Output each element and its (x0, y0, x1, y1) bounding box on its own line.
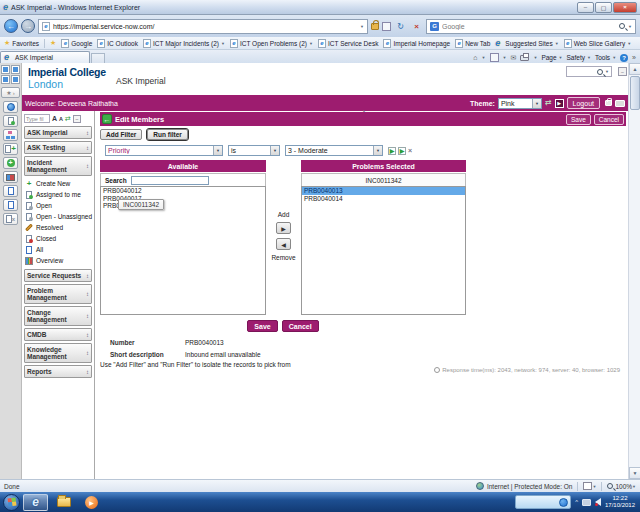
zoom-level[interactable]: 100% (615, 483, 632, 490)
nav-item-open-unassigned[interactable]: Open - Unassigned (25, 211, 93, 222)
list-item-selected[interactable]: PRB0040013 (302, 187, 465, 195)
taskbar-media-button[interactable]: ▶ (79, 494, 104, 511)
search-box[interactable]: G ▼ (426, 19, 636, 34)
nav-item-create-new[interactable]: +Create New (25, 178, 93, 189)
tools-menu[interactable]: Tools▼ (595, 54, 616, 61)
vertical-scrollbar[interactable]: ▲ ▼ (628, 63, 640, 479)
filter-field-select[interactable]: Priority▼ (105, 145, 223, 156)
font-smaller-icon[interactable]: A (59, 116, 63, 122)
close-button[interactable]: × (613, 2, 637, 13)
theme-refresh-icon[interactable]: ⇄ (545, 98, 552, 108)
theme-select[interactable]: Pink ▼ (498, 98, 542, 109)
nav-item-assigned-to-me[interactable]: Assigned to me (25, 189, 93, 200)
tab-ask-imperial[interactable]: e ASK Imperial (0, 51, 90, 63)
tray-widget[interactable] (515, 495, 571, 509)
favorite-link-ict-open-problems[interactable]: eICT Open Problems (2)▼ (230, 39, 313, 48)
edge-bookmark-star-icon[interactable]: ★› (1, 87, 20, 98)
print-icon[interactable] (520, 55, 529, 61)
scroll-down-icon[interactable]: ▼ (629, 467, 640, 479)
network-icon[interactable] (582, 499, 591, 506)
favorite-link-imperial-homepage[interactable]: eImperial Homepage (383, 39, 450, 48)
favorites-button[interactable]: ★ Favorites (4, 39, 39, 47)
nav-section-ask-imperial[interactable]: ASK Imperial↕ (24, 126, 92, 139)
selected-list[interactable]: PRB0040013 PRB0040014 (301, 186, 466, 315)
favorite-link-ict-major-incidents[interactable]: eICT Major Incidents (2)▼ (143, 39, 225, 48)
list-item[interactable]: PRB0040012 (101, 187, 265, 195)
start-button[interactable] (3, 494, 20, 511)
nav-section-change-management[interactable]: Change Management↕ (24, 306, 92, 326)
edge-document-icon-2[interactable] (3, 199, 18, 211)
run-filter-button[interactable]: Run filter (147, 129, 188, 140)
edge-layout-bottom-icon[interactable] (11, 75, 20, 84)
nav-section-cmdb[interactable]: CMDB↕ (24, 328, 92, 341)
compatibility-view-icon[interactable] (382, 22, 391, 31)
nav-item-open[interactable]: Open (25, 200, 93, 211)
nav-section-service-requests[interactable]: Service Requests↕ (24, 269, 92, 282)
cancel-button-top[interactable]: Cancel (594, 114, 624, 125)
filter-value-select[interactable]: 3 - Moderate▼ (285, 145, 383, 156)
edge-layout-split-icon[interactable] (1, 75, 10, 84)
favorite-link-suggested-sites[interactable]: eSuggested Sites▼ (495, 39, 558, 48)
nav-item-all[interactable]: All (25, 244, 93, 255)
save-button[interactable]: Save (247, 320, 277, 332)
collapse-header-button[interactable]: – (618, 67, 627, 76)
favorite-link-google[interactable]: eGoogle (61, 39, 92, 48)
dropdown-icon[interactable]: ▼ (221, 41, 225, 46)
edge-layout-right-icon[interactable] (11, 65, 20, 74)
help-icon[interactable]: ? (620, 54, 628, 62)
edge-add-circle-icon[interactable]: + (3, 157, 18, 169)
nav-section-knowledge-management[interactable]: Knowledge Management↕ (24, 343, 92, 363)
overflow-chevron-icon[interactable]: » (632, 54, 636, 61)
nav-item-resolved[interactable]: Resolved (25, 222, 93, 233)
cancel-button[interactable]: Cancel (282, 320, 319, 332)
nav-section-reports[interactable]: Reports↕ (24, 365, 92, 378)
back-button[interactable]: ← (4, 19, 18, 33)
dropdown-icon[interactable]: ▼ (533, 55, 537, 60)
maximize-button[interactable]: ▢ (595, 2, 612, 13)
edge-add-page-icon[interactable]: + (3, 143, 18, 155)
edge-layout-left-icon[interactable] (1, 65, 10, 74)
add-arrow-button[interactable]: ▶ (276, 222, 291, 234)
favorite-link-new-tab[interactable]: eNew Tab (455, 39, 490, 48)
nav-section-ask-testing[interactable]: ASK Testing↕ (24, 141, 92, 154)
show-hidden-icons[interactable]: ^ (575, 499, 578, 505)
favorite-link-ict-service-desk[interactable]: eICT Service Desk (318, 39, 378, 48)
favorite-link-web-slice-gallery[interactable]: eWeb Slice Gallery▼ (564, 39, 632, 48)
nav-item-closed[interactable]: Closed (25, 233, 93, 244)
search-input[interactable] (442, 23, 616, 30)
page-menu[interactable]: Page▼ (541, 54, 562, 61)
scrollbar-thumb[interactable] (630, 76, 640, 110)
nav-refresh-icon[interactable]: ⇄ (65, 115, 71, 123)
safety-menu[interactable]: Safety▼ (567, 54, 591, 61)
add-favorite-icon[interactable]: ★ (50, 39, 56, 47)
zone-frame-icon[interactable] (583, 482, 592, 490)
stop-button[interactable]: × (410, 20, 423, 33)
add-and-condition-icon[interactable]: ▶ (388, 147, 396, 155)
edge-sitemap-icon[interactable] (3, 129, 18, 141)
taskbar-clock[interactable]: 12:22 17/10/2012 (605, 495, 637, 509)
refresh-button[interactable]: ↻ (394, 20, 407, 33)
nav-item-overview[interactable]: Overview (25, 255, 93, 266)
url-input[interactable] (53, 23, 357, 30)
new-tab-button[interactable] (91, 53, 105, 63)
print-icon[interactable] (615, 100, 625, 107)
search-icon[interactable] (619, 23, 625, 29)
edge-book-icon[interactable] (3, 171, 18, 183)
available-search-input[interactable] (131, 176, 209, 185)
nav-collapse-icon[interactable]: – (73, 115, 81, 123)
forward-button[interactable]: → (21, 19, 35, 33)
url-dropdown-icon[interactable]: ▼ (360, 24, 364, 29)
zoom-icon[interactable] (607, 483, 613, 489)
save-button-top[interactable]: Save (566, 114, 591, 125)
theme-expand-icon[interactable]: ▶ (555, 99, 564, 108)
favorite-link-ic-outlook[interactable]: eIC Outlook (97, 39, 138, 48)
edge-edit-page-icon[interactable] (3, 115, 18, 127)
add-or-condition-icon[interactable]: ▶ (398, 147, 406, 155)
back-icon[interactable]: ← (102, 114, 112, 124)
taskbar-ie-button[interactable]: e (23, 494, 48, 511)
add-filter-button[interactable]: Add Filter (100, 129, 142, 140)
global-search-box[interactable]: ▼ (566, 66, 612, 77)
home-icon[interactable]: ⌂ (473, 54, 477, 61)
nav-filter-input[interactable] (24, 114, 50, 123)
url-box[interactable]: e ▼ (38, 19, 368, 34)
